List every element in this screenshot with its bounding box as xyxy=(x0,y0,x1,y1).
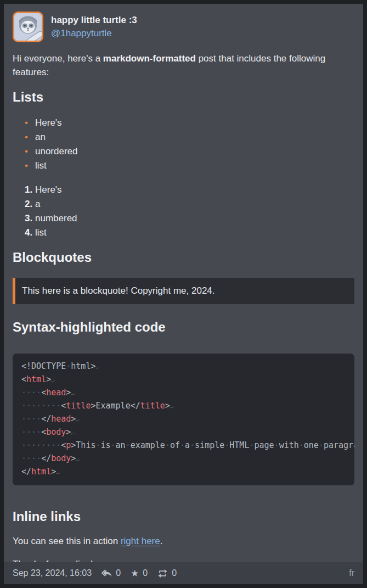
post-header: happy little turtle :3 @1happyturtle xyxy=(13,12,354,42)
outro-paragraph: Thanks for reading! xyxy=(13,557,354,562)
display-name[interactable]: happy little turtle :3 xyxy=(51,14,137,27)
favourite-count: 0 xyxy=(143,568,148,578)
heading-inline-links: Inline links xyxy=(13,507,354,525)
author-handle[interactable]: @1happyturtle xyxy=(51,27,137,40)
intro-paragraph: Hi everyone, here's a markdown-formatted… xyxy=(13,52,354,79)
post-content: happy little turtle :3 @1happyturtle Hi … xyxy=(4,4,363,562)
list-item: Here's xyxy=(25,116,354,130)
boost-button[interactable]: 0 xyxy=(157,568,177,578)
list-item: numbered xyxy=(25,211,354,226)
list-item: Here's xyxy=(25,183,354,197)
reply-icon xyxy=(101,569,112,578)
language-tag: fr xyxy=(349,568,354,578)
star-icon: ★ xyxy=(131,569,139,578)
heading-lists: Lists xyxy=(13,88,354,106)
list-item: list xyxy=(25,226,354,240)
ordered-list: Here's a numbered list xyxy=(13,183,354,240)
list-item: an xyxy=(25,130,354,144)
right-here-link[interactable]: right here xyxy=(121,536,160,546)
list-item: list xyxy=(25,159,354,173)
heading-syntax-highlighted-code: Syntax-highlighted code xyxy=(13,318,354,336)
boost-icon xyxy=(157,569,168,578)
reply-count: 0 xyxy=(116,568,121,578)
post-card: happy little turtle :3 @1happyturtle Hi … xyxy=(4,4,363,584)
link-paragraph: You can see this in action right here. xyxy=(13,534,354,548)
reply-button[interactable]: 0 xyxy=(101,568,121,578)
code-block: <!DOCTYPE·html>↵<html>↵····<head>↵······… xyxy=(13,354,354,485)
list-item: a xyxy=(25,197,354,211)
boost-count: 0 xyxy=(172,568,177,578)
blockquote: This here is a blockquote! Copyright me,… xyxy=(13,278,354,304)
heading-blockquotes: Blockquotes xyxy=(13,248,354,266)
blockquote-text: This here is a blockquote! Copyright me,… xyxy=(22,284,348,298)
avatar[interactable] xyxy=(13,12,43,42)
favourite-button[interactable]: ★ 0 xyxy=(131,568,148,578)
post-footer: Sep 23, 2024, 16:03 0 ★ 0 0 fr xyxy=(4,562,363,584)
unordered-list: Here's an unordered list xyxy=(13,116,354,173)
link-text-post: . xyxy=(160,536,163,546)
list-item: unordered xyxy=(25,144,354,159)
intro-text-bold: markdown-formatted xyxy=(103,53,196,64)
intro-text-pre: Hi everyone, here's a xyxy=(13,53,103,64)
timestamp: Sep 23, 2024, 16:03 xyxy=(13,568,92,578)
link-text-pre: You can see this in action xyxy=(13,536,121,546)
author-names: happy little turtle :3 @1happyturtle xyxy=(51,12,137,40)
sloth-avatar-image xyxy=(14,13,42,41)
